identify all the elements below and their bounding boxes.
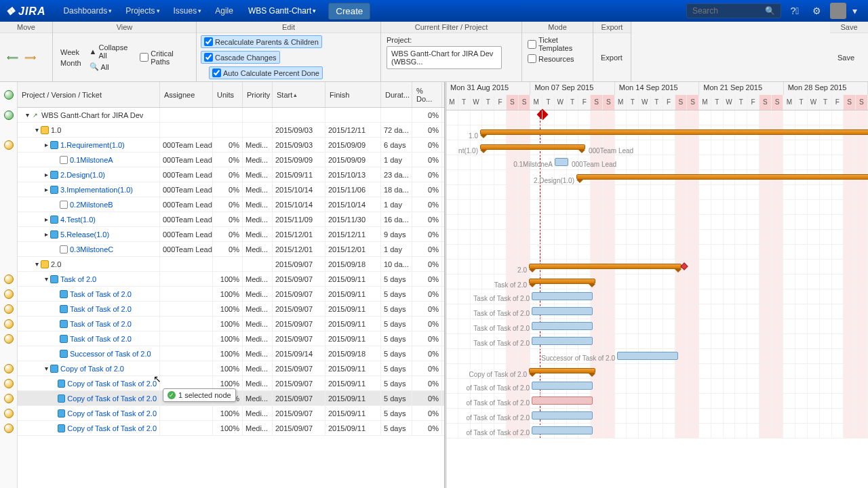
gantt-bar[interactable]: nt(1.0)000Team Lead [480,144,585,150]
timeline-row[interactable]: nt(1.0)000Team Lead [446,140,868,155]
col-start[interactable]: Start [273,82,326,107]
row-name[interactable]: Task of Task of 2.0 [70,305,132,313]
toggle-icon[interactable]: ▸ [42,141,50,148]
table-row[interactable]: ▸2.Design(1.0)000Team Lead0%Medi...2015/… [18,167,444,182]
row-name[interactable]: 0.2MilstoneB [70,201,113,209]
col-assignee[interactable]: Assignee [160,82,213,107]
toggle-icon[interactable]: ▸ [42,171,50,178]
collapse-all-button[interactable]: ▲Collapse All [87,43,136,60]
view-week-button[interactable]: Week [58,47,83,57]
toggle-icon[interactable] [52,335,60,342]
table-row[interactable]: ▾↗WBS Gantt-Chart for JIRA Dev0% [18,108,444,123]
row-name[interactable]: Successor of Task of 2.0 [70,350,151,358]
export-button[interactable]: Export [599,53,625,62]
timeline-row[interactable] [446,245,868,260]
timeline-row[interactable]: Task of Task of 2.0 [446,304,868,319]
toggle-icon[interactable]: ▾ [33,126,41,134]
timeline-row[interactable]: 2.0 [446,260,868,274]
row-name[interactable]: Copy of Task of Task of 2.0 [67,424,157,432]
nav-dashboards[interactable]: Dashboards [56,0,119,22]
save-button[interactable]: Save [835,53,856,62]
row-name[interactable]: 4.Test(1.0) [60,216,96,224]
col-finish[interactable]: Finish [326,82,381,107]
gantt-bar[interactable]: of Task of Task of 2.0 [532,382,593,390]
toggle-icon[interactable]: ▸ [42,186,50,193]
move-right-icon[interactable]: ⟹ [23,51,37,64]
table-row[interactable]: ▸5.Release(1.0)000Team Lead0%Medi...2015… [18,227,444,242]
row-name[interactable]: Copy of Task of Task of 2.0 [67,394,157,403]
toggle-icon[interactable]: ▾ [42,275,50,283]
gantt-bar[interactable]: 2.0 [529,264,682,269]
timeline-row[interactable]: Copy of Task of 2.0 [446,364,868,379]
col-done[interactable]: % Do... [412,82,442,107]
avatar[interactable] [830,3,846,19]
table-row[interactable]: ▾2.02015/09/072015/09/1810 da...0% [18,257,444,272]
nav-issues[interactable]: Issues [167,0,209,22]
create-button[interactable]: Create [328,3,370,20]
table-row[interactable]: ▾Copy of Task of 2.0100%Medi...2015/09/0… [18,361,444,376]
table-row[interactable]: Copy of Task of Task of 2.0100%Medi...20… [18,406,444,421]
table-row[interactable]: Copy of Task of Task of 2.0100%Medi...20… [18,421,444,436]
timeline-row[interactable]: Task of Task of 2.0 [446,334,868,349]
table-row[interactable]: 0.3MilstoneC000Team Lead0%Medi...2015/12… [18,242,444,257]
nav-wbs-gantt[interactable]: WBS Gantt-Chart [241,0,323,22]
table-row[interactable]: ▸1.Requirement(1.0)000Team Lead0%Medi...… [18,138,444,152]
gantt-bar[interactable]: Copy of Task of 2.0 [529,368,595,373]
row-name[interactable]: Copy of Task of 2.0 [60,365,124,373]
gantt-bar[interactable]: Task of Task of 2.0 [532,322,593,330]
recalc-check[interactable]: Recalculate Parents & Children [201,35,322,48]
row-name[interactable]: 3.Implementation(1.0) [60,186,133,194]
row-name[interactable]: 1.Requirement(1.0) [60,141,125,149]
table-row[interactable]: Task of Task of 2.0100%Medi...2015/09/07… [18,302,444,317]
timeline-row[interactable] [446,230,868,245]
timeline-row[interactable]: 1.0 [446,125,868,140]
timeline-row[interactable]: of Task of Task of 2.0 [446,409,868,424]
toggle-icon[interactable] [50,409,57,417]
move-left-icon[interactable]: ⟸ [5,51,19,64]
toggle-icon[interactable] [50,380,57,387]
toggle-icon[interactable] [52,245,60,253]
timeline-row[interactable]: of Task of Task of 2.0 [446,394,868,409]
timeline-row[interactable] [446,110,868,125]
row-name[interactable]: 0.1MilstoneA [70,156,113,164]
toggle-icon[interactable] [52,290,60,298]
toggle-icon[interactable] [52,156,60,163]
toggle-icon[interactable]: ▸ [42,230,50,238]
table-row[interactable]: ▾Task of 2.0100%Medi...2015/09/072015/09… [18,272,444,287]
row-name[interactable]: 0.3MilstoneC [70,245,113,253]
milestone-diamond-icon[interactable] [680,262,688,270]
nav-agile[interactable]: Agile [208,0,241,22]
table-row[interactable]: ▾1.02015/09/032015/12/1172 da...0% [18,123,444,138]
critical-paths-check[interactable]: Critical Paths [140,49,191,66]
toggle-icon[interactable] [52,201,60,208]
table-row[interactable]: Task of Task of 2.0100%Medi...2015/09/07… [18,331,444,346]
table-row[interactable]: 0.2MilstoneB000Team Lead0%Medi...2015/10… [18,197,444,212]
ticket-templates-check[interactable]: Ticket Templates [528,36,587,52]
row-name[interactable]: Copy of Task of Task of 2.0 [67,380,157,388]
row-name[interactable]: Copy of Task of Task of 2.0 [67,409,157,418]
expand-all-button[interactable]: 🔍All [87,62,136,72]
toggle-icon[interactable]: ▾ [42,365,50,372]
table-row[interactable]: ▸3.Implementation(1.0)000Team Lead0%Medi… [18,182,444,197]
toggle-icon[interactable]: ▾ [33,260,41,268]
timeline-row[interactable] [446,215,868,230]
help-icon[interactable]: ?⃝ [787,3,803,19]
project-select[interactable]: WBS Gantt-Chart for JIRA Dev (WBSG... [387,46,502,69]
gantt-bar[interactable]: of Task of Task of 2.0 [532,411,593,420]
col-name[interactable]: Project / Version / Ticket [18,82,160,107]
timeline-row[interactable]: Task of Task of 2.0 [446,319,868,334]
toggle-icon[interactable]: ▾ [23,111,31,119]
timeline-row[interactable]: 0.1MilstoneA000Team Lead [446,155,868,170]
gantt-bar[interactable]: of Task of Task of 2.0 [532,426,593,434]
gantt-bar[interactable]: Task of Task of 2.0 [532,337,593,345]
timeline-row[interactable]: Task of Task of 2.0 [446,289,868,304]
gantt-bar[interactable]: Task of 2.0 [529,279,595,284]
col-priority[interactable]: Priority [243,82,273,107]
cascade-check[interactable]: Cascade Changes [201,51,280,64]
toggle-icon[interactable] [52,320,60,327]
gantt-bar[interactable]: of Task of Task of 2.0 [532,396,593,405]
row-name[interactable]: Task of 2.0 [60,275,96,283]
timeline-row[interactable]: Task of 2.0 [446,274,868,289]
gantt-bar[interactable]: Task of Task of 2.0 [532,292,593,300]
gantt-bar[interactable]: 0.1MilstoneA000Team Lead [555,158,568,166]
